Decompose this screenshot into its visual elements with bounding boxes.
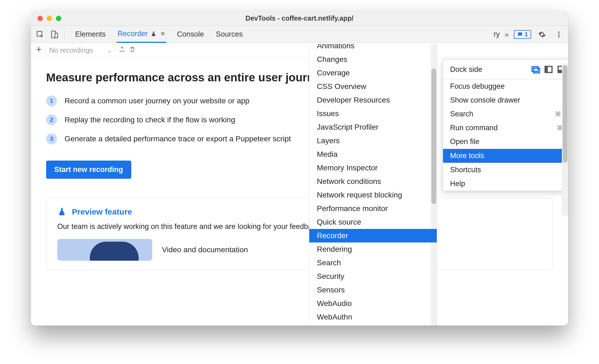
recordings-dropdown[interactable]: No recordings ⌄ xyxy=(49,46,112,55)
menu-item-label: Open file xyxy=(450,138,479,146)
step-badge: 3 xyxy=(46,133,57,144)
chevron-down-icon: ⌄ xyxy=(107,47,112,54)
tabs-overflow-icon[interactable]: » xyxy=(505,30,509,39)
messages-count: 1 xyxy=(525,31,528,38)
device-toolbar-icon[interactable] xyxy=(48,28,60,40)
submenu-item[interactable]: Coverage xyxy=(309,66,437,80)
menu-item-more-tools[interactable]: More tools▶ xyxy=(443,149,568,163)
settings-icon[interactable] xyxy=(536,28,548,40)
menu-item-run-command[interactable]: Run command⌘ ⇧ P xyxy=(443,121,568,135)
menu-item-label: Show console drawer xyxy=(450,96,520,104)
submenu-item[interactable]: Developer Resources xyxy=(309,93,437,107)
tab-label: Recorder xyxy=(118,30,148,38)
submenu-item[interactable]: Changes xyxy=(309,53,437,66)
step-badge: 2 xyxy=(46,114,57,125)
tab-recorder[interactable]: Recorder ✕ xyxy=(117,26,166,43)
export-icon[interactable] xyxy=(119,46,126,55)
window-title: DevTools - coffee-cart.netlify.app/ xyxy=(31,14,568,22)
menu-item-label: Search xyxy=(450,110,473,118)
message-icon xyxy=(517,31,523,37)
more-menu-icon[interactable] xyxy=(553,28,565,40)
panel-tab-bar: Elements Recorder ✕ Console Sources ry »… xyxy=(31,26,568,43)
submenu-item[interactable]: Quick source xyxy=(309,215,437,229)
menu-item-search[interactable]: Search⌘ ⌥ F xyxy=(443,107,568,121)
submenu-item[interactable]: Media xyxy=(309,148,437,161)
title-bar: DevTools - coffee-cart.netlify.app/ xyxy=(31,11,568,26)
submenu-item[interactable]: CSS Overview xyxy=(309,80,437,93)
menu-item-help[interactable]: Help▶ xyxy=(443,177,568,191)
window-close-icon[interactable] xyxy=(37,16,43,21)
inspect-element-icon[interactable] xyxy=(34,28,46,40)
tab-elements[interactable]: Elements xyxy=(74,26,107,43)
step-badge: 1 xyxy=(46,95,57,106)
submenu-item[interactable]: Search xyxy=(309,256,437,270)
menu-item-label: Shortcuts xyxy=(450,166,481,174)
menu-item-label: Focus debuggee xyxy=(450,82,505,91)
tab-label: Sources xyxy=(216,30,243,39)
submenu-item[interactable]: WebAuthn xyxy=(309,310,437,324)
submenu-item[interactable]: Memory Inspector xyxy=(309,161,437,175)
submenu-item[interactable]: Recorder xyxy=(309,229,437,242)
recorder-toolbar: No recordings ⌄ xyxy=(31,43,568,58)
submenu-item[interactable]: Issues xyxy=(309,107,437,120)
main-menu-scrollbar[interactable] xyxy=(562,63,568,215)
menu-item-show-console-drawer[interactable]: Show console drawerEsc xyxy=(443,93,568,107)
dock-left-icon[interactable] xyxy=(544,65,553,74)
step-text: Replay the recording to check if the flo… xyxy=(65,116,235,124)
submenu-item[interactable]: Performance monitor xyxy=(309,202,437,215)
tab-label: Elements xyxy=(75,30,106,39)
delete-icon[interactable] xyxy=(129,46,136,55)
dropdown-label: No recordings xyxy=(49,46,93,55)
flask-icon xyxy=(57,207,66,216)
tab-label: Console xyxy=(177,30,204,39)
svg-rect-2 xyxy=(55,33,58,38)
submenu-item[interactable]: WebAudio xyxy=(309,297,437,310)
preview-card: Preview feature Our team is actively wor… xyxy=(46,198,553,270)
devtools-window: DevTools - coffee-cart.netlify.app/ Elem… xyxy=(31,11,568,325)
submenu-item[interactable]: JavaScript Profiler xyxy=(309,120,437,134)
main-menu-scrollbar-thumb[interactable] xyxy=(563,65,568,163)
submenu-item[interactable]: Sensors xyxy=(309,283,437,297)
tab-overflow-partial[interactable]: ry xyxy=(494,30,500,39)
submenu-item[interactable]: Network conditions xyxy=(309,175,437,188)
menu-item-shortcuts[interactable]: Shortcuts xyxy=(443,163,568,177)
divider xyxy=(46,46,46,55)
menu-item-label: More tools xyxy=(450,152,484,160)
preview-title: Preview feature xyxy=(72,207,132,216)
flask-icon xyxy=(151,31,157,37)
submenu-item[interactable]: Layers xyxy=(309,134,437,148)
tab-sources[interactable]: Sources xyxy=(215,26,244,43)
start-recording-button[interactable]: Start new recording xyxy=(46,161,131,179)
submenu-item[interactable]: Security xyxy=(309,270,437,283)
svg-point-3 xyxy=(558,31,559,33)
new-recording-icon[interactable] xyxy=(35,46,42,55)
menu-item-label: Run command xyxy=(450,124,498,132)
messages-badge[interactable]: 1 xyxy=(514,30,531,39)
tab-close-icon[interactable]: ✕ xyxy=(160,30,165,37)
main-options-menu: Dock side Focus debuggeeShow console dra… xyxy=(443,60,568,191)
window-maximize-icon[interactable] xyxy=(56,16,61,21)
divider xyxy=(65,29,65,40)
svg-rect-7 xyxy=(534,68,540,73)
tab-console[interactable]: Console xyxy=(176,26,205,43)
dock-side-row: Dock side xyxy=(443,60,568,79)
menu-item-focus-debuggee[interactable]: Focus debuggee xyxy=(443,79,568,93)
menu-item-label: Help xyxy=(450,180,465,188)
menu-item-open-file[interactable]: Open file⌘ P xyxy=(443,135,568,149)
docs-label: Video and documentation xyxy=(162,245,248,254)
divider xyxy=(115,46,115,55)
step-text: Record a common user journey on your web… xyxy=(65,97,250,105)
submenu-item[interactable]: Animations xyxy=(309,44,437,53)
svg-rect-9 xyxy=(545,66,548,73)
dock-undock-icon[interactable] xyxy=(531,65,540,74)
submenu-item[interactable]: Rendering xyxy=(309,242,437,256)
svg-rect-6 xyxy=(532,67,538,71)
svg-point-4 xyxy=(558,34,559,35)
video-thumbnail[interactable] xyxy=(57,239,152,261)
submenu-item[interactable]: Network request blocking xyxy=(309,188,437,202)
preview-text: Our team is actively working on this fea… xyxy=(57,222,542,231)
window-minimize-icon[interactable] xyxy=(47,16,52,21)
step-text: Generate a detailed performance trace or… xyxy=(65,135,291,143)
more-tools-submenu: AnimationsChangesCoverageCSS OverviewDev… xyxy=(309,44,437,325)
submenu-item[interactable]: What's New xyxy=(309,324,437,325)
